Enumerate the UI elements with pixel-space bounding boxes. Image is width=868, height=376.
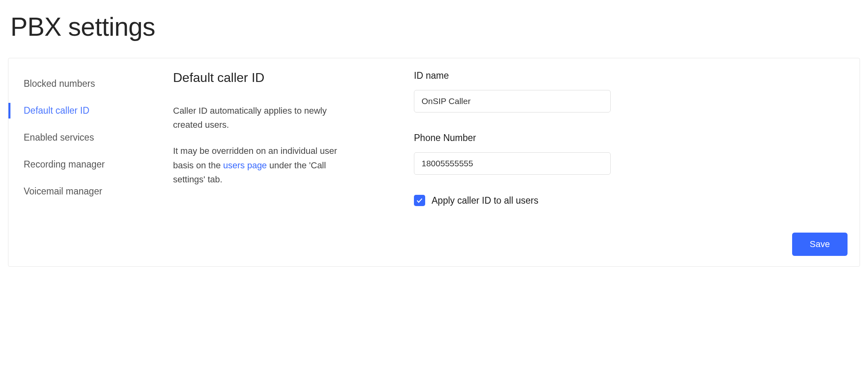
sidebar-item-recording-manager[interactable]: Recording manager bbox=[8, 151, 165, 178]
apply-all-checkbox[interactable] bbox=[414, 195, 425, 206]
apply-all-row: Apply caller ID to all users bbox=[414, 195, 635, 206]
settings-card: Blocked numbers Default caller ID Enable… bbox=[8, 58, 860, 267]
settings-sidebar: Blocked numbers Default caller ID Enable… bbox=[8, 58, 165, 266]
sidebar-item-blocked-numbers[interactable]: Blocked numbers bbox=[8, 70, 165, 97]
section-heading: Default caller ID bbox=[173, 70, 358, 85]
apply-all-label[interactable]: Apply caller ID to all users bbox=[432, 195, 538, 206]
description-text-2: It may be overridden on an individual us… bbox=[173, 144, 358, 186]
phone-number-label: Phone Number bbox=[414, 133, 635, 143]
settings-content: Default caller ID Caller ID automaticall… bbox=[165, 58, 860, 266]
phone-number-group: Phone Number bbox=[414, 133, 635, 175]
description-column: Default caller ID Caller ID automaticall… bbox=[173, 70, 358, 254]
save-button[interactable]: Save bbox=[792, 233, 848, 256]
id-name-label: ID name bbox=[414, 70, 635, 81]
phone-number-input[interactable] bbox=[414, 152, 611, 175]
users-page-link[interactable]: users page bbox=[223, 160, 267, 170]
sidebar-item-enabled-services[interactable]: Enabled services bbox=[8, 124, 165, 151]
description-text-1: Caller ID automatically applies to newly… bbox=[173, 104, 358, 132]
id-name-input[interactable] bbox=[414, 90, 611, 112]
sidebar-item-voicemail-manager[interactable]: Voicemail manager bbox=[8, 178, 165, 205]
check-icon bbox=[416, 197, 423, 204]
form-column: ID name Phone Number Apply caller ID to … bbox=[414, 70, 635, 254]
page-title: PBX settings bbox=[10, 12, 860, 42]
sidebar-item-default-caller-id[interactable]: Default caller ID bbox=[8, 97, 165, 124]
id-name-group: ID name bbox=[414, 70, 635, 112]
